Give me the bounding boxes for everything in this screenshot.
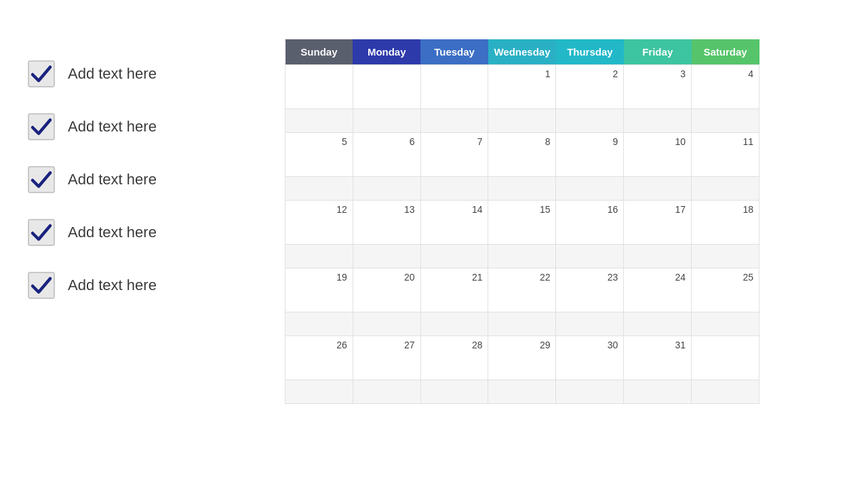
calendar-spacer-row: [285, 245, 760, 268]
calendar-spacer-cell: [353, 109, 420, 133]
checklist-item-1[interactable]: Add text here: [27, 47, 258, 100]
calendar-spacer-cell: [556, 109, 624, 133]
calendar-cell[interactable]: 27: [353, 336, 420, 380]
calendar-spacer-cell: [353, 245, 420, 268]
calendar-spacer-cell: [285, 109, 353, 133]
calendar-spacer-cell: [420, 109, 488, 133]
calendar-header-saturday: Saturday: [692, 39, 760, 65]
calendar-cell[interactable]: 1: [488, 65, 556, 109]
calendar-cell[interactable]: 10: [624, 133, 692, 177]
calendar-cell[interactable]: 23: [556, 268, 624, 312]
calendar-cell[interactable]: 7: [420, 133, 488, 177]
calendar-spacer-cell: [488, 245, 556, 268]
calendar-cell[interactable]: 22: [488, 268, 556, 312]
calendar-body: 1234567891011121314151617181920212223242…: [285, 65, 760, 404]
calendar-cell[interactable]: [353, 65, 420, 109]
calendar-spacer-cell: [488, 312, 556, 336]
calendar-cell[interactable]: 2: [556, 65, 624, 109]
calendar-cell[interactable]: 12: [285, 201, 353, 245]
calendar-final-row: [285, 380, 760, 404]
calendar-week-2: 567891011: [285, 133, 760, 177]
calendar-week-5: 262728293031: [285, 336, 760, 380]
calendar-spacer-cell: [353, 177, 420, 201]
calendar-final-cell: [353, 380, 420, 404]
calendar-cell[interactable]: 9: [556, 133, 624, 177]
calendar-spacer-cell: [420, 312, 488, 336]
checkbox-icon: [27, 165, 56, 194]
calendar-cell[interactable]: 16: [556, 201, 624, 245]
calendar-spacer-cell: [624, 312, 692, 336]
checkbox-icon: [27, 271, 56, 300]
calendar-final-cell: [624, 380, 692, 404]
checklist: Add text here Add text here Add text her…: [27, 39, 258, 404]
calendar-cell[interactable]: 13: [353, 201, 420, 245]
calendar-spacer-row: [285, 177, 760, 201]
calendar-final-cell: [285, 380, 353, 404]
calendar-header-sunday: Sunday: [285, 39, 353, 65]
calendar-spacer-cell: [692, 109, 760, 133]
calendar-cell[interactable]: [285, 65, 353, 109]
checkbox-icon: [27, 60, 56, 88]
checklist-item-3[interactable]: Add text here: [27, 153, 258, 206]
calendar-cell[interactable]: 25: [692, 268, 760, 312]
calendar-cell[interactable]: 8: [488, 133, 556, 177]
calendar-cell[interactable]: 21: [420, 268, 488, 312]
calendar-cell[interactable]: 20: [353, 268, 420, 312]
calendar-spacer-cell: [488, 109, 556, 133]
calendar-cell[interactable]: 18: [692, 201, 760, 245]
checklist-item-4[interactable]: Add text here: [27, 206, 258, 259]
calendar-cell[interactable]: 19: [285, 268, 353, 312]
calendar-cell[interactable]: 14: [420, 201, 488, 245]
calendar-header-monday: Monday: [353, 39, 420, 65]
calendar-cell[interactable]: 24: [624, 268, 692, 312]
calendar-cell[interactable]: 15: [488, 201, 556, 245]
calendar-header-tuesday: Tuesday: [420, 39, 488, 65]
calendar-cell[interactable]: 5: [285, 133, 353, 177]
calendar-cell[interactable]: 31: [624, 336, 692, 380]
calendar-cell[interactable]: 3: [624, 65, 692, 109]
calendar-spacer-cell: [285, 245, 353, 268]
calendar-spacer-cell: [285, 312, 353, 336]
calendar-header-thursday: Thursday: [556, 39, 624, 65]
calendar-spacer-cell: [556, 245, 624, 268]
checklist-label-3: Add text here: [68, 171, 157, 188]
calendar-cell[interactable]: 17: [624, 201, 692, 245]
calendar: SundayMondayTuesdayWednesdayThursdayFrid…: [285, 39, 868, 404]
calendar-cell[interactable]: 26: [285, 336, 353, 380]
calendar-header-friday: Friday: [624, 39, 692, 65]
calendar-week-4: 19202122232425: [285, 268, 760, 312]
calendar-week-1: 1234: [285, 65, 760, 109]
calendar-cell[interactable]: [692, 336, 760, 380]
calendar-final-cell: [692, 380, 760, 404]
calendar-cell[interactable]: 6: [353, 133, 420, 177]
checklist-item-2[interactable]: Add text here: [27, 100, 258, 153]
calendar-spacer-cell: [285, 177, 353, 201]
calendar-cell[interactable]: [420, 65, 488, 109]
calendar-spacer-cell: [420, 177, 488, 201]
calendar-final-cell: [556, 380, 624, 404]
page-title: [0, 0, 868, 39]
calendar-spacer-cell: [420, 245, 488, 268]
checklist-item-5[interactable]: Add text here: [27, 259, 258, 312]
calendar-spacer-row: [285, 109, 760, 133]
checklist-label-5: Add text here: [68, 277, 157, 294]
calendar-table: SundayMondayTuesdayWednesdayThursdayFrid…: [285, 39, 760, 404]
calendar-spacer-cell: [353, 312, 420, 336]
checklist-label-1: Add text here: [68, 65, 157, 83]
checklist-label-2: Add text here: [68, 118, 157, 136]
calendar-cell[interactable]: 30: [556, 336, 624, 380]
calendar-spacer-cell: [556, 312, 624, 336]
calendar-cell[interactable]: 4: [692, 65, 760, 109]
calendar-cell[interactable]: 29: [488, 336, 556, 380]
calendar-spacer-cell: [488, 177, 556, 201]
calendar-header-row: SundayMondayTuesdayWednesdayThursdayFrid…: [285, 39, 760, 65]
calendar-header-wednesday: Wednesday: [488, 39, 556, 65]
calendar-cell[interactable]: 11: [692, 133, 760, 177]
calendar-final-cell: [420, 380, 488, 404]
checkbox-icon: [27, 218, 56, 247]
checklist-label-4: Add text here: [68, 224, 157, 241]
calendar-final-cell: [488, 380, 556, 404]
calendar-cell[interactable]: 28: [420, 336, 488, 380]
calendar-spacer-cell: [624, 245, 692, 268]
calendar-spacer-cell: [624, 177, 692, 201]
